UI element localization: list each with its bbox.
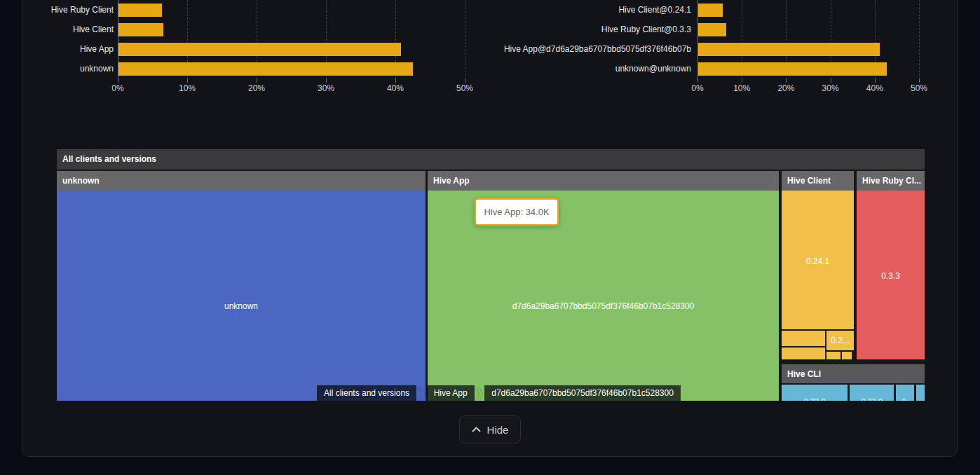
x-axis-tick [326, 79, 327, 83]
treemap-node-hive-cli-version[interactable]: 0.23.0 [782, 385, 848, 401]
category-label: Hive Client [14, 24, 114, 35]
breadcrumb-chevron-icon: ❯ [475, 385, 484, 401]
bar[interactable] [698, 43, 880, 56]
treemap-node-hive-app-label: d7d6a29ba6707bbd5075df376f46b07b1c528300 [428, 301, 779, 312]
x-tick-label: 50% [898, 83, 940, 94]
x-axis-tick [919, 79, 920, 83]
x-tick-label: 0% [97, 83, 139, 94]
bar[interactable] [118, 62, 413, 76]
breadcrumb-item[interactable]: All clients and versions [317, 385, 416, 401]
treemap-node-hive-cli-version[interactable]: 0.23.0 [850, 385, 894, 401]
category-label: Hive Ruby Client@0.3.3 [491, 24, 691, 35]
clients-versions-treemap: All clients and versions unknown unknown… [57, 149, 925, 401]
x-axis-tick [875, 79, 876, 83]
breadcrumb-item[interactable]: Hive App [427, 385, 475, 401]
x-tick-label: 30% [305, 83, 347, 94]
x-axis-tick [395, 79, 396, 83]
hide-button[interactable]: Hide [459, 415, 521, 443]
treemap-section-hive-app-header[interactable]: Hive App [428, 171, 779, 191]
treemap-node-hive-cli-version-label: 0.23.0 [782, 396, 848, 401]
treemap-node-hive-cli-version-label: 0. [896, 396, 914, 401]
bar[interactable] [698, 23, 726, 36]
category-label: Hive App [14, 43, 114, 55]
treemap-node-unknown-label: unknown [57, 301, 426, 312]
category-label: Hive App@d7d6a29ba6707bbd5075df376f46b07… [491, 43, 691, 55]
x-axis-tick [697, 79, 698, 83]
breadcrumb: All clients and versions❯Hive App❯d7d6a2… [317, 385, 681, 401]
treemap-section-hive-cli-header[interactable]: Hive CLI [782, 364, 925, 383]
breadcrumb-chevron-icon: ❯ [417, 385, 426, 401]
x-axis-tick [786, 79, 787, 83]
x-tick-label: 50% [444, 83, 486, 94]
treemap-node-hive-client-0-2x-label: 0.2... [826, 335, 854, 346]
x-axis-tick [831, 79, 831, 83]
x-tick-label: 20% [765, 83, 807, 94]
treemap-node-hive-ruby-0-3-3[interactable]: 0.3.3 [857, 191, 925, 359]
x-tick-label: 0% [676, 83, 719, 94]
treemap-node-hive-client-minor-3[interactable] [826, 352, 841, 359]
category-label: unknown [14, 63, 114, 74]
x-gridline [465, 0, 465, 79]
bar[interactable] [118, 4, 162, 17]
hide-button-label: Hide [487, 424, 509, 436]
bar[interactable] [118, 23, 163, 36]
treemap-tooltip-text: Hive App: 34.0K [484, 207, 549, 217]
x-axis-tick [118, 79, 118, 83]
x-tick-label: 30% [810, 83, 852, 94]
x-tick-label: 10% [166, 83, 208, 94]
treemap-node-hive-client-0-24-1[interactable]: 0.24.1 [782, 191, 854, 329]
category-label: Hive Ruby Client [14, 4, 114, 15]
bar[interactable] [118, 43, 401, 56]
treemap-node-hive-cli-version[interactable] [916, 385, 925, 401]
treemap-root-header[interactable]: All clients and versions [57, 149, 925, 170]
x-axis-tick [257, 79, 257, 83]
x-axis-tick [465, 79, 465, 83]
x-tick-label: 20% [236, 83, 278, 94]
treemap-node-hive-cli-version-label: 0.23.0 [850, 396, 894, 401]
x-tick-label: 40% [854, 83, 896, 94]
x-tick-label: 40% [374, 83, 416, 94]
treemap-section-hive-ruby-client-header[interactable]: Hive Ruby Cl... [857, 171, 925, 191]
chevron-up-icon [472, 427, 481, 432]
x-gridline [919, 0, 920, 79]
treemap-section-unknown-header[interactable]: unknown [57, 171, 426, 191]
treemap-section-hive-client-header[interactable]: Hive Client [782, 171, 854, 191]
breadcrumb-item[interactable]: d7d6a29ba6707bbd5075df376f46b07b1c528300 [484, 385, 681, 401]
treemap-node-hive-client-0-24-1-label: 0.24.1 [782, 256, 854, 267]
treemap-node-hive-client-minor-1[interactable] [782, 331, 825, 346]
treemap-node-hive-client-minor-2[interactable] [782, 347, 825, 359]
treemap-node-hive-client-minor-4[interactable] [842, 352, 852, 359]
treemap-node-unknown[interactable]: unknown [57, 191, 426, 401]
category-label: unknown@unknown [491, 63, 691, 74]
x-axis-tick [187, 79, 188, 83]
category-label: Hive Client@0.24.1 [491, 4, 691, 15]
treemap-node-hive-cli-version[interactable]: 0. [896, 385, 914, 401]
bar[interactable] [698, 4, 723, 17]
x-axis-tick [742, 79, 742, 83]
treemap-node-hive-client-0-2x[interactable]: 0.2... [826, 331, 854, 350]
treemap-node-hive-ruby-0-3-3-label: 0.3.3 [857, 270, 925, 282]
x-tick-label: 10% [721, 83, 763, 94]
treemap-tooltip: Hive App: 34.0K [475, 198, 559, 226]
bar[interactable] [698, 62, 887, 76]
